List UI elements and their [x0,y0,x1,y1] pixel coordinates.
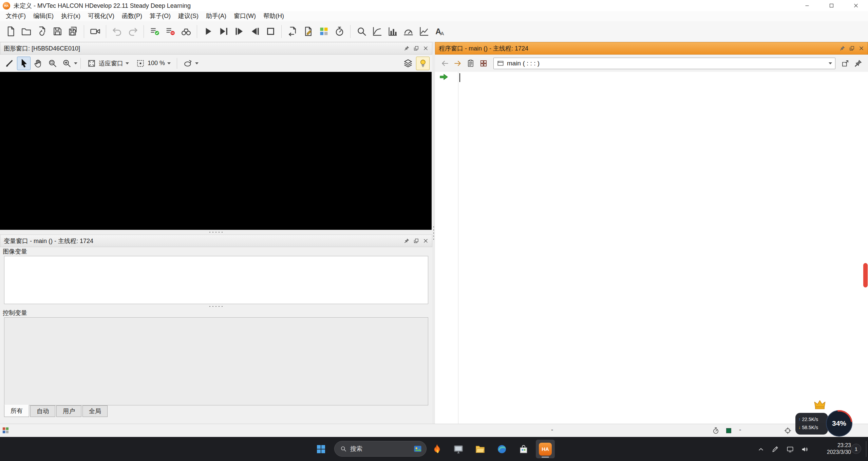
find-replace-button[interactable] [178,24,194,39]
reset-program-button[interactable] [285,24,300,39]
tab-auto[interactable]: 自动 [30,405,55,417]
float-window-icon[interactable] [412,44,420,53]
save-program-as-button[interactable] [65,24,81,39]
deactivate-lines-button[interactable] [163,24,178,39]
hidden-icons-button[interactable] [755,443,767,455]
close-button[interactable] [844,0,868,11]
graphics-canvas[interactable] [0,72,432,230]
step-out-button[interactable] [247,24,263,39]
fit-window-combo[interactable]: 适应窗口 [84,57,132,70]
usage-percent-overlay[interactable]: 34% [826,410,852,437]
menu-assistants[interactable]: 助手(A) [202,11,230,21]
taskbar-app-flame[interactable] [428,440,447,458]
pin-icon[interactable] [402,44,411,53]
draw-region-combo[interactable] [180,57,202,70]
zoom-factor-combo[interactable]: 100 % [133,57,174,70]
draw-brush-button[interactable] [3,57,16,70]
taskbar-halcon-hdevelop[interactable]: HA [536,440,555,458]
step-over-button[interactable] [216,24,231,39]
tab-global[interactable]: 全局 [82,405,108,417]
taskbar-clock[interactable]: 23:23 2023/3/30 [814,442,851,456]
tray-display-icon[interactable] [784,443,796,455]
adapt-brightness-button[interactable] [416,57,430,70]
control-variables-panel[interactable] [4,317,428,405]
pin-icon[interactable] [402,237,411,245]
step-into-button[interactable] [231,24,247,39]
clipboard-button[interactable] [464,57,477,70]
minimize-button[interactable] [795,0,819,11]
menu-operators[interactable]: 算子(O) [146,11,174,21]
taskbar-store[interactable] [514,440,533,458]
redo-button[interactable] [125,24,140,39]
save-program-button[interactable] [50,24,65,39]
run-button[interactable] [200,24,216,39]
menu-file[interactable]: 文件(F) [2,11,30,21]
profile-curve-button[interactable] [369,24,385,39]
search-highlight-icon[interactable] [413,444,423,454]
chevron-down-icon [829,62,832,64]
menu-visualization[interactable]: 可视化(V) [84,11,118,21]
menu-window[interactable]: 窗口(W) [230,11,260,21]
maximize-button[interactable] [819,0,844,11]
profiler-button[interactable] [332,24,347,39]
reload-program-button[interactable] [34,24,50,39]
inspect-button[interactable] [354,24,369,39]
taskbar-app-monitor[interactable] [449,440,468,458]
tab-all[interactable]: 所有 [4,405,29,417]
pan-hand-button[interactable] [31,57,45,70]
procedure-combo[interactable]: main ( : : : ) [493,58,835,69]
notification-badge[interactable]: 1 [851,444,861,454]
zoom-window-button[interactable] [45,57,59,70]
undo-button[interactable] [109,24,125,39]
activate-lines-button[interactable] [147,24,163,39]
close-icon[interactable] [421,237,430,245]
image-variables-panel[interactable] [4,256,428,304]
tray-pen-icon[interactable] [769,443,781,455]
code-editor[interactable] [435,72,868,424]
status-mosaic-icon[interactable] [2,426,10,434]
stop-button[interactable] [263,24,278,39]
start-button[interactable] [311,440,331,458]
thread-grid-button[interactable] [477,57,490,70]
layers-button[interactable] [401,57,415,70]
menu-edit[interactable]: 编辑(E) [30,11,57,21]
tab-user[interactable]: 用户 [56,405,81,417]
temperature-overlay[interactable] [863,263,868,287]
profile-bars-button[interactable] [385,24,400,39]
float-window-icon[interactable] [847,44,856,53]
taskbar-search[interactable]: 搜索 [334,441,427,457]
tray-volume-icon[interactable] [798,443,811,455]
float-window-icon[interactable] [412,237,420,245]
detach-window-button[interactable] [839,57,852,70]
taskbar-file-explorer[interactable] [471,440,490,458]
profile-line-button[interactable] [416,24,432,39]
pin-window-button[interactable] [852,57,865,70]
new-program-button[interactable] [3,24,18,39]
taskbar-edge-browser[interactable] [492,440,511,458]
vertical-splitter[interactable] [432,42,435,424]
menu-help[interactable]: 帮助(H) [260,11,288,21]
image-acquisition-assistant-button[interactable] [87,24,103,39]
menu-procedures[interactable]: 函数(P) [118,11,146,21]
horizontal-splitter[interactable] [0,230,432,235]
variables-splitter[interactable] [0,304,432,308]
edit-operator-button[interactable] [300,24,316,39]
show-desktop-button[interactable] [866,441,866,457]
select-cursor-button[interactable] [17,57,31,70]
close-icon[interactable] [421,44,430,53]
navigate-back-button[interactable] [438,57,451,70]
close-icon[interactable] [857,44,866,53]
network-speed-overlay[interactable]: ↑ 22.5K/s ↓ 58.5K/s [795,413,828,435]
zoom-in-button[interactable] [60,57,73,70]
export-code-button[interactable] [316,24,332,39]
zoom-dropdown-caret-icon[interactable] [74,62,77,64]
status-square-icon [726,428,731,433]
navigate-forward-button[interactable] [451,57,464,70]
pin-icon[interactable] [838,44,847,53]
performance-gauge-button[interactable] [400,24,416,39]
menu-suggestions[interactable]: 建议(S) [174,11,202,21]
open-program-button[interactable] [18,24,34,39]
graphics-toolbar-separator [177,58,177,69]
menu-execute[interactable]: 执行(x) [57,11,84,21]
font-settings-button[interactable] [432,24,447,39]
